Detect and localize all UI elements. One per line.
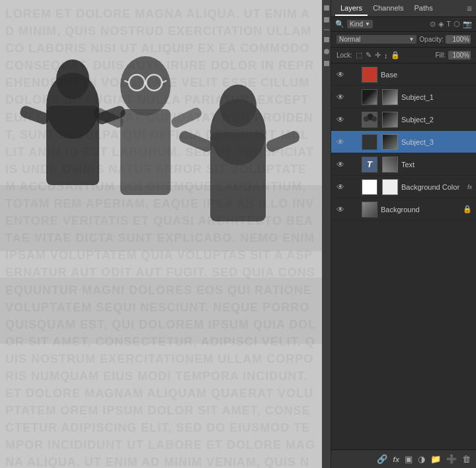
blend-mode-dropdown[interactable]: Normal ▼ (337, 35, 416, 44)
layer-subject3-mask (382, 134, 398, 150)
layer-subject1-thumb (362, 89, 377, 105)
layer-background-name: Background (381, 206, 459, 214)
layer-subject1-name: Subject_1 (401, 93, 472, 101)
svg-rect-17 (178, 130, 214, 153)
footer-new-layer-icon[interactable]: ➕ (446, 454, 457, 464)
kind-dropdown[interactable]: Kind ▼ (347, 20, 373, 28)
layer-base-name: Base (381, 71, 472, 79)
lock-pixel-icon[interactable]: ⬚ (356, 51, 362, 59)
layer-subject2-mask (382, 112, 398, 128)
svg-rect-19 (0, 185, 322, 251)
layer-subject3[interactable]: 👁 Subject_3 (331, 131, 476, 153)
opacity-row: Normal ▼ Opacity: (331, 32, 476, 48)
tab-channels[interactable]: Channels (368, 1, 409, 16)
layer-base-visibility[interactable]: 👁 (335, 69, 346, 80)
blend-mode-arrow: ▼ (409, 36, 414, 42)
svg-rect-2 (46, 106, 99, 185)
svg-point-5 (120, 56, 171, 116)
layer-background[interactable]: 👁 Background 🔒 (331, 198, 476, 221)
layer-text-check (349, 160, 358, 169)
tab-paths[interactable]: Paths (409, 1, 438, 16)
layer-subject1-mask (382, 89, 398, 105)
layer-bgcolor[interactable]: 👁 Background Color fx (331, 176, 476, 198)
layer-bgcolor-thumb (362, 179, 377, 195)
lock-draw-icon[interactable]: ✎ (366, 51, 372, 59)
footer-folder-icon[interactable]: 📁 (430, 454, 441, 464)
panel-menu-icon[interactable]: ≡ (467, 3, 472, 14)
footer-adjustment-icon[interactable]: ◑ (418, 454, 425, 464)
toolbar-icon-5[interactable] (324, 61, 329, 66)
layer-subject3-check (349, 137, 358, 147)
footer-mask-icon[interactable]: ▣ (405, 454, 413, 464)
toolbar-divider (324, 29, 329, 30)
fill-input[interactable] (448, 51, 471, 59)
layer-background-thumb (362, 202, 377, 217)
layer-text-mask (382, 157, 398, 173)
fill-control: Fill: (435, 51, 471, 59)
lock-artboard-icon[interactable]: ↕ (384, 52, 388, 59)
filter-row: 🔍 Kind ▼ ⊙ ◈ T ⬡ 📷 (331, 17, 476, 32)
toolbar-icon-3[interactable] (324, 37, 329, 42)
canvas-area: LOREM ET DOLORE MAGNA ALIQUA. UT ENIM AD… (0, 0, 322, 468)
toolbar-icon-4[interactable] (324, 49, 329, 54)
layer-subject1[interactable]: 👁 Subject_1 (331, 86, 476, 108)
toolbar-icon-2[interactable] (324, 17, 329, 22)
lock-icons: ⬚ ✎ ✛ ↕ 🔒 (356, 51, 401, 59)
layer-base-thumb (362, 67, 377, 83)
toolbar-icon-1[interactable] (324, 5, 329, 11)
lock-row: Lock: ⬚ ✎ ✛ ↕ 🔒 Fill: (331, 48, 476, 63)
layer-bgcolor-name: Background Color (401, 183, 464, 191)
filter-icons: ⊙ ◈ T ⬡ 📷 (430, 20, 472, 28)
filter-adjust-icon[interactable]: ◈ (438, 20, 444, 28)
filter-shape-icon[interactable]: ⬡ (454, 20, 460, 28)
layer-background-lock: 🔒 (463, 205, 472, 214)
layer-bgcolor-check (349, 182, 358, 192)
layer-subject1-check (349, 93, 358, 102)
layer-subject2-thumb (362, 112, 377, 128)
layer-subject3-visibility[interactable]: 👁 (335, 137, 346, 147)
layer-subject3-name: Subject_3 (401, 138, 472, 146)
layer-subject2-check (349, 115, 358, 124)
layer-base[interactable]: 👁 Base (331, 63, 476, 86)
layer-subject2[interactable]: 👁 Subject_2 (331, 108, 476, 131)
tab-layers[interactable]: Layers (335, 1, 368, 16)
opacity-control: Opacity: (419, 35, 471, 44)
layer-bgcolor-visibility[interactable]: 👁 (335, 182, 346, 192)
footer-fx-icon[interactable]: fx (393, 455, 399, 463)
svg-rect-11 (120, 109, 171, 195)
footer-delete-icon[interactable]: 🗑 (462, 454, 471, 464)
layer-text[interactable]: 👁 T Text (331, 153, 476, 176)
filter-pixel-icon[interactable]: ⊙ (430, 20, 436, 28)
ps-side-toolbar (322, 0, 331, 468)
svg-point-1 (56, 59, 89, 99)
layer-bgcolor-fx: fx (467, 184, 472, 190)
svg-rect-13 (170, 106, 203, 130)
filter-smart-icon[interactable]: 📷 (463, 20, 472, 28)
lock-move-icon[interactable]: ✛ (375, 51, 381, 59)
svg-rect-3 (19, 104, 50, 126)
layer-subject1-visibility[interactable]: 👁 (335, 92, 346, 102)
footer-link-icon[interactable]: 🔗 (377, 454, 387, 464)
opacity-input[interactable] (446, 35, 471, 44)
search-icon: 🔍 (335, 20, 344, 28)
layer-bgcolor-mask (382, 179, 398, 195)
kind-dropdown-arrow: ▼ (365, 21, 370, 27)
layer-background-check (349, 205, 358, 214)
filter-text-icon[interactable]: T (446, 20, 451, 28)
layer-base-check (349, 70, 358, 79)
layers-list[interactable]: 👁 Base 👁 Subject_1 (331, 63, 476, 449)
layer-subject3-thumb (362, 134, 377, 150)
layer-subject2-name: Subject_2 (401, 116, 472, 124)
panel-tabs: Layers Channels Paths ≡ (331, 0, 476, 17)
svg-rect-20 (0, 278, 322, 344)
layer-text-thumb: T (362, 157, 377, 173)
lock-all-icon[interactable]: 🔒 (391, 51, 400, 59)
canvas-svg-overlay (0, 0, 322, 468)
layer-text-name: Text (401, 161, 472, 169)
layer-background-visibility[interactable]: 👁 (335, 204, 346, 215)
layer-subject2-visibility[interactable]: 👁 (335, 114, 346, 125)
svg-point-15 (219, 85, 257, 127)
layer-text-visibility[interactable]: 👁 (335, 159, 346, 170)
svg-rect-18 (265, 130, 301, 153)
panel-footer: 🔗 fx ▣ ◑ 📁 ➕ 🗑 (331, 449, 476, 468)
